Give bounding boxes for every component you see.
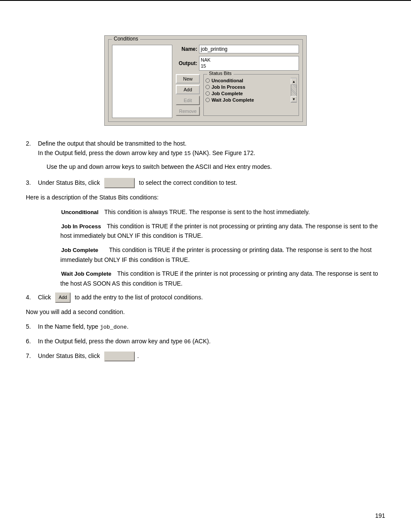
- desc-job-complete: Job Complete This condition is TRUE if t…: [60, 245, 385, 264]
- desc-wait-job-complete-label: Wait Job Complete: [61, 270, 112, 279]
- page-number: 191: [375, 512, 385, 519]
- step-2-note: Use the up and down arrow keys to switch…: [47, 162, 385, 171]
- scroll-down-arrow[interactable]: ▼: [291, 96, 297, 102]
- document-text: 2. Define the output that should be tran…: [26, 139, 385, 361]
- step-2: 2. Define the output that should be tran…: [26, 139, 385, 174]
- step-6: 6. In the Output field, press the down a…: [26, 336, 385, 347]
- name-field-row: Name:: [175, 45, 299, 53]
- radio-label-unconditional: Unconditional: [212, 78, 243, 83]
- remove-button[interactable]: Remove: [176, 106, 200, 116]
- conditions-groupbox: Conditions Name: Output:: [108, 39, 303, 122]
- desc-job-in-process-label: Job In Process: [61, 222, 101, 231]
- conditions-list-panel: [112, 45, 172, 118]
- radio-circle-wait-job-complete: [206, 98, 210, 102]
- output-field-row: Output: NAK 15: [175, 56, 299, 71]
- output-label: Output:: [175, 60, 197, 66]
- add-button[interactable]: Add: [176, 85, 200, 94]
- output-input[interactable]: NAK 15: [199, 56, 299, 71]
- radio-label-job-in-process: Job In Process: [212, 84, 245, 90]
- radio-circle-job-in-process: [206, 85, 210, 89]
- radio-label-job-complete: Job Complete: [212, 91, 243, 96]
- status-bits-list: Unconditional Job In Process: [206, 78, 291, 103]
- radio-label-wait-job-complete: Wait Job Complete: [212, 97, 254, 103]
- desc-job-complete-label: Job Complete: [61, 246, 98, 255]
- step-7-number: 7.: [26, 351, 34, 361]
- scroll-up-arrow[interactable]: ▲: [291, 78, 297, 84]
- radio-job-in-process[interactable]: Job In Process: [206, 84, 291, 90]
- step-5-code: job_done: [100, 324, 127, 330]
- step-5-number: 5.: [26, 322, 34, 332]
- radio-unconditional[interactable]: Unconditional: [206, 78, 291, 83]
- step-6-code: 06: [184, 339, 191, 345]
- scroll-thumb: [291, 84, 296, 96]
- figure-conditions-dialog: Conditions Name: Output:: [26, 35, 385, 126]
- step-6-number: 6.: [26, 336, 34, 347]
- step-3-number: 3.: [26, 178, 34, 188]
- output-line2: 15: [201, 63, 297, 69]
- step-3-inline-button: [104, 178, 135, 188]
- conditions-dialog-container: Conditions Name: Output:: [104, 35, 307, 126]
- status-bits-legend: Status Bits: [207, 71, 234, 76]
- radio-circle-unconditional: [206, 78, 210, 83]
- step-7-content: Under Status Bits, click .: [38, 351, 385, 361]
- step-3: 3. Under Status Bits, click to select th…: [26, 178, 385, 188]
- radio-circle-job-complete: [206, 91, 210, 96]
- step-4-content: Click Add to add the entry to the list o…: [38, 292, 385, 303]
- name-input[interactable]: [199, 45, 299, 53]
- new-button[interactable]: New: [176, 74, 200, 84]
- step-3-content: Under Status Bits, click to select the c…: [38, 178, 385, 188]
- step-6-content: In the Output field, press the down arro…: [38, 336, 385, 347]
- step-2-content: Define the output that should be transmi…: [38, 139, 385, 174]
- step-5: 5. In the Name field, type job_done.: [26, 322, 385, 332]
- output-line1: NAK: [201, 57, 297, 63]
- top-rule: [0, 0, 411, 1]
- step-4-add-button: Add: [55, 292, 71, 303]
- buttons-and-status-row: New Add Edit Remove Status Bits: [175, 74, 299, 116]
- status-bits-scrollbar[interactable]: ▲ ▼: [291, 78, 297, 103]
- edit-button[interactable]: Edit: [176, 96, 200, 105]
- transition-text: Now you will add a second condition.: [26, 307, 385, 317]
- step-2-code: 15: [184, 150, 191, 157]
- desc-wait-job-complete: Wait Job Complete This condition is TRUE…: [60, 269, 385, 288]
- step-5-content: In the Name field, type job_done.: [38, 322, 385, 332]
- step-2-line2: In the Output field, press the down arro…: [38, 148, 385, 159]
- name-label: Name:: [175, 46, 197, 52]
- radio-job-complete[interactable]: Job Complete: [206, 91, 291, 96]
- step-4-number: 4.: [26, 292, 34, 303]
- status-bits-desc-header: Here is a description of the Status Bits…: [26, 193, 385, 202]
- step-2-line1: Define the output that should be transmi…: [38, 139, 385, 148]
- action-buttons: New Add Edit Remove: [175, 74, 201, 116]
- step-2-number: 2.: [26, 139, 34, 174]
- step-4: 4. Click Add to add the entry to the lis…: [26, 292, 385, 303]
- status-bits-group: Status Bits Unconditional: [203, 74, 299, 116]
- step-7-inline-button: [104, 352, 135, 362]
- conditions-groupbox-legend: Conditions: [112, 36, 140, 42]
- desc-job-in-process: Job In Process This condition is TRUE if…: [60, 221, 385, 241]
- radio-wait-job-complete[interactable]: Wait Job Complete: [206, 97, 291, 103]
- step-7: 7. Under Status Bits, click .: [26, 351, 385, 361]
- desc-unconditional-label: Unconditional: [61, 208, 99, 217]
- desc-unconditional: Unconditional This condition is always T…: [60, 207, 385, 217]
